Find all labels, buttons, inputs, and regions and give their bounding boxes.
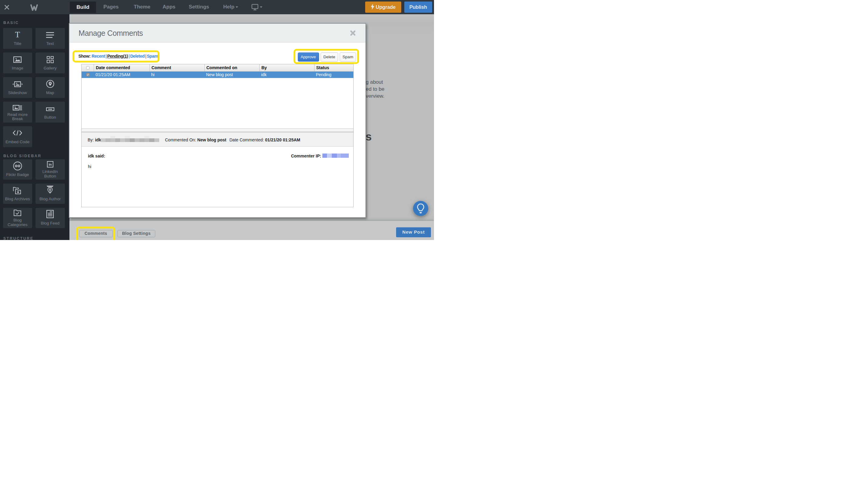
svg-text:in: in	[49, 162, 52, 166]
